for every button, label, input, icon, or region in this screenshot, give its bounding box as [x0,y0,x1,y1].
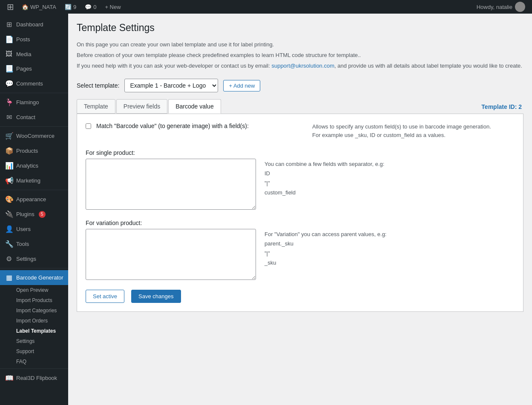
sidebar-item-pages[interactable]: 📃 Pages [0,61,68,76]
barcode-icon: ▦ [5,274,13,282]
support-email-link[interactable]: support@ukrsolution.com [271,63,334,69]
actions-row: Set active Save changes [86,290,515,303]
sidebar-item-posts[interactable]: 📄 Posts [0,32,68,47]
updates-item[interactable]: 🔄 9 [60,0,81,14]
plugins-icon: 🔌 [5,210,13,218]
posts-icon: 📄 [5,35,13,43]
sidebar-label-users: Users [16,226,31,232]
submenu-item-settings[interactable]: Settings [0,336,68,346]
sidebar-label-woocommerce: WooCommerce [16,133,55,139]
single-product-hint: You can combine a few fields with separa… [265,149,515,197]
sidebar-label-plugins: Plugins [16,211,35,217]
main-content: Template Settings On this page you can c… [68,14,532,405]
sidebar-label-marketing: Marketing [16,177,40,184]
admin-sidebar: ⊞ Dashboard 📄 Posts 🖼 Media 📃 Pages 💬 Co… [0,14,68,405]
admin-bar: ⊞ 🏠 WP_NATA 🔄 9 💬 0 + New Howdy, natalie [0,0,532,14]
variation-hint-parent-sku: parent._sku [265,239,515,248]
sidebar-item-plugins[interactable]: 🔌 Plugins 5 [0,207,68,222]
match-label: Match "Barcode value" (to generate image… [96,123,299,129]
sidebar-label-products: Products [16,148,38,154]
comments-icon: 💬 [85,4,92,10]
sidebar-item-products[interactable]: 📦 Products [0,143,68,158]
template-id-container: Template ID: 2 [481,103,523,114]
select-template-label: Select template: [77,82,119,89]
tools-icon: 🔧 [5,240,13,248]
tab-preview-fields-label: Preview fields [124,103,160,110]
match-description: Allows to specify any custom field(s) to… [312,123,515,139]
single-hint-field: custom_field [265,188,515,197]
howdy-text: Howdy, natalie [477,4,512,10]
submenu-item-import-orders[interactable]: Import Orders [0,316,68,326]
variation-product-row: For variation product: For "Variation" y… [86,220,515,281]
sidebar-label-contact: Contact [16,114,35,120]
sidebar-label-dashboard: Dashboard [16,21,43,28]
description-line3: If you need help with it you can ask you… [77,62,523,71]
sidebar-item-real3d-flipbook[interactable]: 📖 Real3D Flipbook [0,371,68,385]
contact-icon: ✉ [5,113,13,121]
users-icon: 👤 [5,225,13,233]
tab-template[interactable]: Template [77,99,115,114]
single-product-row: For single product: You can combine a fe… [86,149,515,211]
sidebar-item-appearance[interactable]: 🎨 Appearance [0,192,68,207]
submenu-item-import-products[interactable]: Import Products [0,295,68,305]
description-line3-suffix: , and provide us with all details about … [334,63,522,69]
updates-icon: 🔄 [65,4,72,10]
template-id-label: Template ID: 2 [481,103,522,110]
sidebar-item-analytics[interactable]: 📊 Analytics [0,158,68,173]
sidebar-item-woocommerce[interactable]: 🛒 WooCommerce [0,128,68,143]
variation-product-textarea[interactable] [86,229,256,280]
sidebar-label-real3d-flipbook: Real3D Flipbook [16,375,57,381]
single-hint-line1: You can combine a few fields with separa… [265,160,515,169]
woocommerce-icon: 🛒 [5,132,13,140]
set-active-button[interactable]: Set active [86,290,124,303]
submenu-item-import-categories[interactable]: Import Categories [0,305,68,316]
sidebar-item-users[interactable]: 👤 Users [0,222,68,237]
sidebar-item-media[interactable]: 🖼 Media [0,47,68,61]
sidebar-label-tools: Tools [16,241,29,247]
single-product-textarea[interactable] [86,159,256,210]
submenu-item-label-templates[interactable]: Label Templates [0,326,68,336]
sidebar-separator-5 [0,368,68,369]
sidebar-item-tools[interactable]: 🔧 Tools [0,237,68,251]
new-content-label: + New [105,4,121,10]
pages-icon: 📃 [5,65,13,73]
sidebar-item-barcode-generator[interactable]: ▦ Barcode Generator [0,270,68,285]
tab-preview-fields[interactable]: Preview fields [116,99,167,114]
analytics-icon: 📊 [5,162,13,170]
single-hint-sep: "|" [265,179,515,188]
new-content-item[interactable]: + New [101,0,125,14]
sidebar-item-comments[interactable]: 💬 Comments [0,76,68,91]
variation-product-label: For variation product: [86,220,256,226]
add-new-button[interactable]: + Add new [223,80,260,91]
marketing-icon: 📢 [5,177,13,185]
wp-logo-icon[interactable]: ⊞ [3,2,17,12]
match-checkbox[interactable] [86,123,91,129]
submenu-item-open-preview[interactable]: Open Preview [0,285,68,295]
single-hint-id: ID [265,169,515,178]
tab-barcode-value[interactable]: Barcode value [168,99,221,114]
variation-hint-sep: "|" [265,249,515,258]
submenu-item-faq[interactable]: FAQ [0,357,68,367]
submenu-item-support[interactable]: Support [0,346,68,357]
sidebar-label-posts: Posts [16,36,30,43]
sidebar-item-dashboard[interactable]: ⊞ Dashboard [0,17,68,32]
save-changes-button[interactable]: Save changes [131,290,181,303]
description-line3-prefix: If you need help with it you can ask you… [77,63,271,69]
select-template-row: Select template: Example 1 - Barcode + L… [77,79,523,92]
description-line2: Before creation of your own template ple… [77,51,523,60]
sidebar-item-contact[interactable]: ✉ Contact [0,110,68,125]
appearance-icon: 🎨 [5,195,13,203]
comments-nav-icon: 💬 [5,80,13,88]
plugins-badge: 5 [39,211,46,218]
comments-item[interactable]: 💬 0 [81,0,101,14]
variation-product-field-group: For variation product: [86,220,256,281]
sidebar-item-settings[interactable]: ⚙ Settings [0,251,68,266]
site-name-item[interactable]: 🏠 WP_NATA [17,0,60,14]
sidebar-item-marketing[interactable]: 📢 Marketing [0,173,68,188]
tab-barcode-value-label: Barcode value [175,103,214,110]
sidebar-item-flamingo[interactable]: 🦩 Flamingo [0,95,68,110]
sidebar-label-comments: Comments [16,80,43,87]
updates-count: 9 [73,4,76,10]
template-select[interactable]: Example 1 - Barcode + Logo Example 2 - B… [124,79,218,92]
site-name: WP_NATA [30,4,56,10]
